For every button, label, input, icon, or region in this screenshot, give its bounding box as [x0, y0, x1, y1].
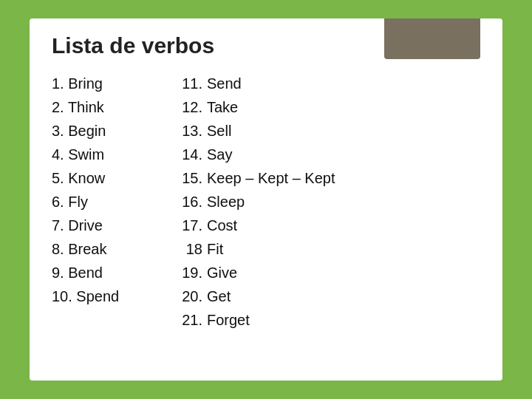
number-item: 17. — [170, 215, 207, 236]
number-item: 14. — [170, 144, 207, 165]
number-item: 15. — [170, 168, 207, 188]
page-title: Lista de verbos — [52, 33, 480, 58]
verb-item: Keep – Kept – Kept — [207, 168, 335, 188]
verb-item: Say — [207, 144, 335, 165]
verb-item: Sell — [207, 120, 335, 141]
list-item: 3. Begin — [52, 120, 170, 141]
left-verb-list: 1. Bring2. Think3. Begin4. Swim5. Know6.… — [52, 73, 170, 330]
verb-item: Fit — [207, 239, 335, 259]
number-item: 20. — [170, 286, 207, 307]
number-item: 13. — [170, 120, 207, 141]
list-item: 7. Drive — [52, 215, 170, 236]
list-item: 5. Know — [52, 168, 170, 188]
list-item: 6. Fly — [52, 191, 170, 212]
number-item: 12. — [170, 97, 207, 117]
list-item: 9. Bend — [52, 262, 170, 283]
number-item: 16. — [170, 191, 207, 212]
verbs-column: SendTakeSellSayKeep – Kept – KeptSleepCo… — [207, 73, 335, 330]
list-item: 4. Swim — [52, 144, 170, 165]
list-item: 8. Break — [52, 239, 170, 259]
list-item: 2. Think — [52, 97, 170, 117]
number-item: 11. — [170, 73, 207, 94]
content-area: 1. Bring2. Think3. Begin4. Swim5. Know6.… — [52, 73, 480, 330]
number-item: 18 — [170, 239, 207, 259]
verb-item: Get — [207, 286, 335, 307]
list-item: 10. Spend — [52, 286, 170, 307]
verb-item: Send — [207, 73, 335, 94]
verb-item: Take — [207, 97, 335, 117]
outer-container: Lista de verbos 1. Bring2. Think3. Begin… — [15, 11, 517, 388]
numbers-column: 11.12.13.14.15.16.17.1819.20.21. — [170, 73, 207, 330]
card: Lista de verbos 1. Bring2. Think3. Begin… — [30, 18, 502, 381]
right-section: 11.12.13.14.15.16.17.1819.20.21. SendTak… — [170, 73, 335, 330]
verb-item: Give — [207, 262, 335, 283]
verb-item: Cost — [207, 215, 335, 236]
number-item: 19. — [170, 262, 207, 283]
list-item: 1. Bring — [52, 73, 170, 94]
verb-item: Sleep — [207, 191, 335, 212]
number-item: 21. — [170, 310, 207, 330]
verb-item: Forget — [207, 310, 335, 330]
